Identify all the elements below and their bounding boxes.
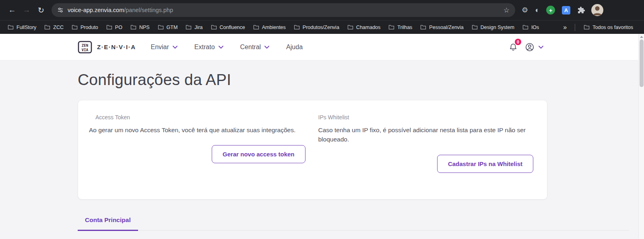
bookmark-label: PO [115, 25, 122, 30]
reload-button[interactable]: ↻ [34, 3, 48, 17]
notifications-button[interactable]: 0 [509, 42, 518, 52]
bookmark-folder-nps[interactable]: NPS [127, 23, 153, 32]
app-header: ZEN VIA Z·E·N·V·I·A Enviar Extrato Centr… [0, 34, 644, 60]
settings-gear-icon[interactable]: ⚙ [522, 6, 528, 14]
bookmark-folder-ambientes[interactable]: Ambientes [250, 23, 289, 32]
nav-item-ajuda[interactable]: Ajuda [278, 44, 311, 51]
header-right-group: 0 [509, 42, 644, 52]
bookmark-label: Jira [194, 25, 202, 30]
bookmark-label: Produto [80, 25, 98, 30]
nav-label: Central [240, 44, 261, 51]
zenvia-logo-icon[interactable]: ZEN VIA [78, 40, 92, 54]
nav-item-central[interactable]: Central [232, 44, 278, 51]
all-favorites-label: Todos os favoritos [592, 25, 633, 30]
bookmarks-bar: FullStory ZCC Produto PO NPS GTM Jira Co… [0, 20, 644, 34]
bookmark-folder-zcc[interactable]: ZCC [41, 23, 67, 32]
bookmark-folder-trilhas[interactable]: Trilhas [385, 23, 416, 32]
folder-icon [388, 25, 394, 30]
bookmark-label: NPS [139, 25, 150, 30]
nav-item-extrato[interactable]: Extrato [186, 44, 232, 51]
bookmark-folder-gtm[interactable]: GTM [154, 23, 182, 32]
main-nav: Enviar Extrato Central Ajuda [142, 44, 311, 51]
scrollbar-thumb[interactable] [640, 39, 644, 87]
nav-item-enviar[interactable]: Enviar [142, 44, 186, 51]
bookmark-label: IOs [531, 25, 539, 30]
add-circle-icon[interactable]: + [546, 6, 555, 15]
tab-conta-principal[interactable]: Conta Principal [78, 216, 138, 231]
bookmarks-right-group: » Todos os favoritos [560, 23, 640, 32]
bookmark-label: Trilhas [397, 25, 412, 30]
account-menu-button[interactable] [525, 42, 543, 52]
folder-icon [106, 25, 112, 30]
bookmark-folder-chamados[interactable]: Chamados [344, 23, 384, 32]
nav-label: Enviar [151, 44, 169, 51]
folder-icon [472, 25, 478, 30]
profile-avatar[interactable] [591, 4, 603, 16]
browser-window: ← → ↻ voice-app.zenvia.com/panel/setting… [0, 0, 644, 239]
ip-whitelist-section: IPs Whitelist Caso tenha um IP fixo, é p… [313, 114, 547, 199]
nav-label: Extrato [194, 44, 215, 51]
bookmark-star-icon[interactable]: ☆ [504, 6, 510, 15]
bookmark-folder-design-system[interactable]: Design System [468, 23, 518, 32]
bookmark-folder-po[interactable]: PO [103, 23, 126, 32]
folder-icon [584, 25, 590, 30]
bookmark-folder-ios[interactable]: IOs [519, 23, 543, 32]
page-title: Configurações da API [78, 71, 231, 89]
forward-button[interactable]: → [19, 3, 34, 17]
bookmark-label: Pessoal/Zenvia [429, 25, 463, 30]
folder-icon [420, 25, 426, 30]
folder-icon [72, 25, 78, 30]
scrollbar-up-arrow-icon[interactable] [640, 36, 643, 38]
browser-toolbar: ← → ↻ voice-app.zenvia.com/panel/setting… [0, 0, 644, 20]
chevron-down-icon [264, 46, 269, 49]
bookmark-label: Confluence [220, 25, 245, 30]
folder-icon [522, 25, 528, 30]
folder-icon [211, 25, 217, 30]
bookmark-label: FullStory [17, 25, 36, 30]
url-host: voice-app.zenvia.com [68, 7, 124, 13]
site-info-icon[interactable] [57, 7, 64, 13]
account-tabs: Conta Principal [78, 216, 629, 231]
folder-icon [253, 25, 259, 30]
folder-icon [347, 25, 353, 30]
url-path: /panel/settings.php [124, 7, 173, 13]
back-button[interactable]: ← [5, 3, 19, 17]
folder-icon [158, 25, 164, 30]
folder-icon [186, 25, 192, 30]
bookmarks-list: FullStory ZCC Produto PO NPS GTM Jira Co… [4, 23, 560, 32]
bookmark-folder-produto[interactable]: Produto [68, 23, 102, 32]
all-favorites-button[interactable]: Todos os favoritos [580, 23, 637, 32]
folder-icon [44, 25, 50, 30]
generate-access-token-button[interactable]: Gerar novo access token [212, 145, 305, 163]
bookmark-label: Design System [481, 25, 514, 30]
bookmark-label: Produtos/Zenvia [303, 25, 339, 30]
page-scrollbar[interactable] [638, 34, 644, 239]
ip-whitelist-description: Caso tenha um IP fixo, é possível adicio… [318, 125, 534, 144]
folder-icon [8, 25, 14, 30]
bookmark-label: Chamados [356, 25, 380, 30]
register-whitelist-ips-button[interactable]: Cadastrar IPs na Whitelist [437, 155, 533, 173]
folder-icon [294, 25, 300, 30]
access-token-label: Access Token [95, 114, 305, 121]
access-token-description: Ao gerar um novo Access Token, você terá… [89, 125, 305, 135]
notification-badge: 0 [515, 39, 521, 45]
bookmark-folder-fullstory[interactable]: FullStory [4, 23, 40, 32]
address-bar[interactable]: voice-app.zenvia.com/panel/settings.php … [52, 3, 515, 17]
bookmark-label: Ambientes [262, 25, 286, 30]
ip-whitelist-label: IPs Whitelist [318, 114, 534, 121]
extensions-puzzle-icon[interactable] [577, 6, 585, 14]
api-settings-card: Access Token Ao gerar um novo Access Tok… [78, 100, 547, 200]
bookmarks-overflow-chevron[interactable]: » [560, 24, 570, 31]
bookmark-folder-pessoal-zenvia[interactable]: Pessoal/Zenvia [417, 23, 467, 32]
bookmark-folder-confluence[interactable]: Confluence [207, 23, 249, 32]
svg-text:ZEN: ZEN [82, 43, 88, 47]
theme-toggle-icon[interactable]: ◐ [535, 6, 539, 14]
bookmark-folder-jira[interactable]: Jira [182, 23, 206, 32]
bookmark-label: ZCC [53, 25, 64, 30]
bookmark-folder-produtos-zenvia[interactable]: Produtos/Zenvia [290, 23, 343, 32]
chevron-down-icon [219, 46, 223, 49]
bookmark-label: GTM [167, 25, 178, 30]
translate-icon[interactable]: A [562, 6, 570, 15]
bookmarks-separator [575, 24, 575, 31]
nav-label: Ajuda [286, 44, 303, 51]
